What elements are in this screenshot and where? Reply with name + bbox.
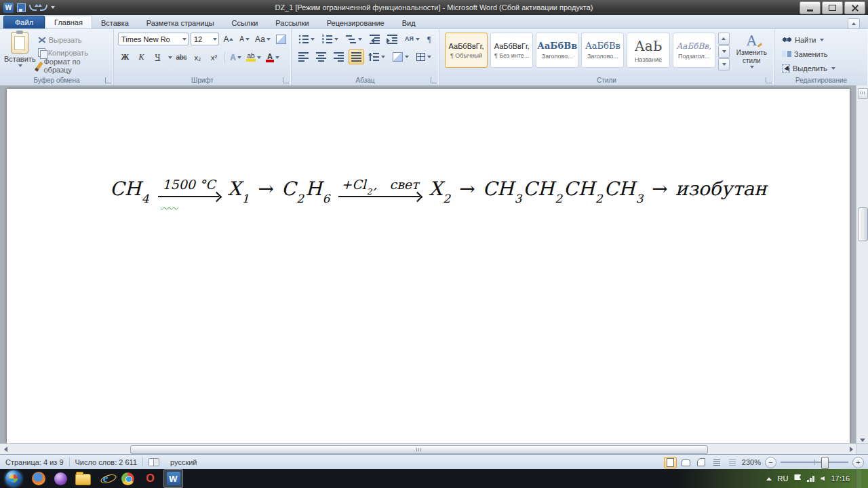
numbering-button[interactable] — [319, 32, 341, 47]
cut-button[interactable]: Вырезать — [36, 33, 111, 46]
horizontal-scrollbar-thumb[interactable] — [130, 445, 708, 454]
increase-indent-button[interactable] — [384, 32, 400, 47]
taskbar-media-app[interactable] — [52, 470, 70, 487]
bold-button[interactable]: Ж — [118, 52, 132, 64]
scroll-down-icon[interactable] — [860, 439, 865, 442]
fullscreen-reading-view-button[interactable] — [679, 457, 692, 468]
draft-view-button[interactable] — [726, 457, 739, 468]
style-subtitle[interactable]: АаБбВв, Подзагол... — [673, 33, 715, 68]
zoom-in-button[interactable]: + — [852, 457, 864, 468]
style-no-spacing[interactable]: АаБбВвГг, ¶ Без инте... — [490, 33, 533, 68]
close-button[interactable] — [844, 1, 865, 14]
zoom-level[interactable]: 230% — [742, 458, 761, 466]
underline-button[interactable]: Ч — [151, 52, 165, 64]
paste-button[interactable]: Вставить — [4, 32, 36, 75]
show-desktop-button[interactable] — [856, 469, 861, 488]
minimize-button[interactable] — [800, 1, 821, 14]
italic-button[interactable]: К — [134, 52, 149, 64]
font-dialog-launcher[interactable] — [283, 77, 289, 83]
zoom-out-button[interactable]: − — [765, 457, 776, 468]
clear-formatting-button[interactable] — [274, 33, 288, 45]
word-count[interactable]: Число слов: 2 611 — [70, 455, 143, 470]
undo-icon[interactable] — [29, 5, 37, 11]
paragraph-dialog-launcher[interactable] — [431, 77, 437, 83]
shading-button[interactable] — [390, 49, 412, 64]
taskbar-internet-explorer[interactable]: e — [96, 470, 115, 487]
tab-insert[interactable]: Вставка — [92, 17, 138, 28]
grow-font-button[interactable]: А — [221, 33, 235, 45]
shrink-font-button[interactable]: А — [237, 33, 252, 45]
taskbar-firefox[interactable] — [29, 470, 47, 487]
scroll-right-button[interactable] — [847, 445, 855, 453]
decrease-indent-button[interactable] — [367, 32, 382, 47]
styles-dialog-launcher[interactable] — [766, 77, 772, 83]
maximize-button[interactable] — [822, 1, 843, 14]
replace-button[interactable]: Заменить — [780, 47, 865, 60]
highlight-button[interactable]: ab — [245, 52, 262, 64]
taskbar-word-active[interactable]: W — [163, 469, 183, 488]
volume-icon[interactable] — [821, 476, 825, 481]
tab-file[interactable]: Файл — [3, 16, 45, 28]
clock[interactable]: 17:16 — [831, 474, 850, 483]
word-app-icon[interactable]: W — [3, 3, 14, 13]
line-spacing-button[interactable] — [366, 49, 388, 64]
superscript-button[interactable]: х² — [207, 52, 221, 64]
outline-view-button[interactable] — [711, 457, 724, 468]
styles-scroll-down-button[interactable] — [718, 45, 730, 58]
web-layout-view-button[interactable] — [695, 457, 708, 468]
page-indicator[interactable]: Страница: 4 из 9 — [0, 455, 69, 470]
minimize-ribbon-button[interactable] — [848, 18, 860, 29]
horizontal-scrollbar[interactable] — [0, 443, 856, 454]
style-normal[interactable]: АаБбВвГг, ¶ Обычный — [445, 33, 488, 68]
sort-button[interactable]: АЯ — [402, 32, 422, 47]
style-heading1[interactable]: АаБбВв Заголово... — [536, 33, 578, 68]
redo-icon[interactable] — [40, 5, 47, 11]
font-color-button[interactable]: А — [264, 52, 281, 64]
tab-review[interactable]: Рецензирование — [318, 17, 393, 28]
format-painter-button[interactable]: Формат по образцу — [36, 59, 111, 72]
taskbar-explorer[interactable] — [74, 470, 92, 487]
align-left-button[interactable] — [296, 49, 311, 64]
borders-button[interactable] — [414, 49, 434, 64]
justify-button[interactable] — [349, 49, 364, 64]
taskbar-opera[interactable]: O — [141, 470, 159, 487]
style-title[interactable]: АаЬ Название — [627, 33, 669, 68]
zoom-slider-thumb[interactable] — [821, 457, 829, 469]
text-effects-button[interactable]: А — [229, 52, 243, 64]
tab-references[interactable]: Ссылки — [223, 17, 267, 28]
network-icon[interactable] — [807, 476, 814, 482]
select-button[interactable]: Выделить — [780, 62, 865, 75]
multilevel-list-button[interactable] — [343, 32, 365, 47]
language-switcher[interactable]: RU — [778, 474, 789, 483]
show-paragraph-marks-button[interactable]: ¶ — [425, 32, 434, 47]
font-size-combo[interactable]: 12 — [191, 33, 219, 45]
ruler-toggle-button[interactable] — [858, 88, 868, 99]
styles-scroll-up-button[interactable] — [718, 33, 730, 45]
align-right-button[interactable] — [331, 49, 347, 64]
print-layout-view-button[interactable] — [664, 457, 677, 468]
vertical-scrollbar[interactable] — [856, 85, 868, 444]
align-center-button[interactable] — [313, 49, 329, 64]
taskbar-chrome[interactable] — [119, 470, 137, 487]
document-page[interactable]: CH4 1500 °C X1 → C2H6 +Cl2, свет X2 — [7, 89, 850, 444]
styles-gallery-more-button[interactable] — [718, 58, 730, 70]
change-case-button[interactable]: Аа — [254, 33, 272, 45]
tab-mailings[interactable]: Рассылки — [267, 17, 317, 28]
language-indicator[interactable]: русский — [165, 455, 202, 470]
start-button[interactable] — [5, 470, 22, 487]
tab-home[interactable]: Главная — [45, 16, 92, 28]
font-name-combo[interactable]: Times New Ro — [118, 33, 189, 45]
tab-page-layout[interactable]: Разметка страницы — [138, 17, 223, 28]
clipboard-dialog-launcher[interactable] — [105, 77, 111, 83]
bullets-button[interactable] — [296, 32, 317, 47]
change-styles-button[interactable]: А Изменить стили — [732, 33, 771, 75]
subscript-button[interactable]: х₂ — [191, 52, 205, 64]
style-heading2[interactable]: АаБбВв Заголово... — [581, 33, 624, 68]
qat-customize-icon[interactable] — [51, 6, 55, 9]
scroll-left-button[interactable] — [1, 445, 9, 453]
underline-options-icon[interactable] — [168, 56, 172, 59]
save-icon[interactable] — [17, 3, 26, 12]
action-center-flag-icon[interactable] — [794, 474, 801, 480]
tab-view[interactable]: Вид — [393, 17, 425, 28]
hidden-icons-button[interactable] — [766, 477, 772, 481]
